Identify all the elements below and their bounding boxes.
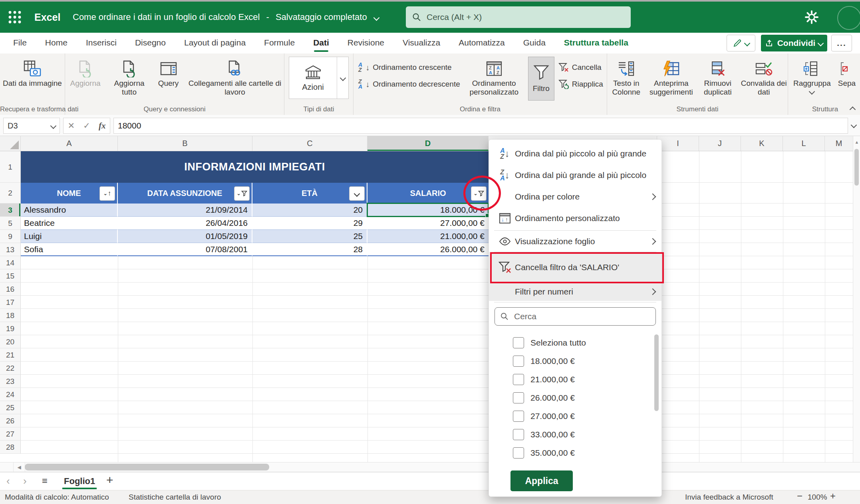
tab-struttura-tabella[interactable]: Struttura tabella [564, 33, 628, 53]
data-assunzione-filter-button[interactable]: ⌄ [234, 186, 250, 201]
cancel-entry-icon[interactable]: ✕ [68, 121, 75, 130]
cell-c5[interactable]: 29 [252, 217, 367, 230]
filter-value-option[interactable]: 35.000,00 € [489, 444, 661, 462]
cell-b5[interactable]: 26/04/2016 [118, 217, 252, 230]
row-header-9[interactable]: 9 [0, 230, 21, 243]
azioni-dropdown[interactable] [337, 57, 348, 99]
cell-b9[interactable]: 01/05/2019 [118, 230, 252, 243]
more-options-button[interactable]: ... [831, 35, 852, 51]
row-header-22[interactable]: 22 [0, 362, 21, 375]
filter-select-all-option[interactable]: Seleziona tutto [489, 334, 661, 352]
column-header-j[interactable]: J [699, 136, 741, 151]
menu-item-number-filters[interactable]: Filtri per numeri [489, 283, 661, 301]
row-header-23[interactable]: 23 [0, 375, 21, 388]
filtro-button[interactable]: Filtro [528, 57, 554, 101]
tab-revisione[interactable]: Revisione [348, 33, 384, 53]
filter-value-option[interactable]: 18.000,00 € [489, 352, 661, 370]
collegamenti-cartelle-button[interactable]: Collegamenti alle cartelle di lavoro [186, 53, 284, 101]
tab-guida[interactable]: Guida [523, 33, 546, 53]
cell-d9[interactable]: 21.000,00 € [367, 230, 489, 243]
convalida-dati-button[interactable]: Convalida dei dati [740, 53, 788, 101]
workbook-stats-status[interactable]: Statistiche cartella di lavoro [129, 490, 221, 504]
title-chevron-down-icon[interactable] [373, 14, 379, 21]
tab-disegno[interactable]: Disegno [135, 33, 166, 53]
editing-mode-button[interactable] [727, 35, 755, 51]
vertical-scrollbar[interactable]: ▲ ▼ [853, 136, 860, 472]
cell-a3[interactable]: Alessandro [21, 204, 118, 217]
checkbox[interactable] [513, 374, 524, 385]
row-header-14[interactable]: 14 [0, 256, 21, 269]
share-button[interactable]: Condividi [761, 35, 827, 51]
row-header-17[interactable]: 17 [0, 296, 21, 309]
settings-gear-icon[interactable] [804, 10, 819, 24]
row-header-2[interactable]: 2 [0, 183, 21, 204]
row-header-5[interactable]: 5 [0, 217, 21, 230]
nome-filter-button[interactable]: ⌄↑ [99, 186, 115, 201]
cell-d13[interactable]: 26.000,00 € [367, 243, 489, 256]
row-header-25[interactable]: 25 [0, 401, 21, 414]
document-title[interactable]: Come ordinare i dati in un foglio di cal… [73, 2, 379, 33]
row-header-20[interactable]: 20 [0, 335, 21, 348]
checkbox[interactable] [513, 337, 524, 348]
header-cell-data-assunzione[interactable]: DATA ASSUNZIONE ⌄ [118, 183, 252, 204]
column-header-i[interactable]: I [657, 136, 699, 151]
apply-filter-button[interactable]: Applica [510, 470, 573, 491]
row-header-15[interactable]: 15 [0, 269, 21, 283]
ordinamento-decrescente-button[interactable]: ZA↓ Ordinamento decrescente [358, 76, 460, 93]
menu-item-sort-by-color[interactable]: Ordina per colore [489, 186, 661, 208]
filter-value-option[interactable]: 21.000,00 € [489, 370, 661, 389]
horizontal-scroll-thumb[interactable] [25, 464, 269, 470]
sheet-tab-foglio1[interactable]: Foglio1 [64, 472, 95, 490]
filter-value-option[interactable]: 33.000,00 € [489, 425, 661, 444]
menu-item-sheet-view[interactable]: Visualizzazione foglio [489, 232, 661, 251]
column-header-l[interactable]: L [783, 136, 825, 151]
row-header-13[interactable]: 13 [0, 243, 21, 256]
testo-in-colonne-button[interactable]: Testo in Colonne [607, 53, 645, 101]
filter-search-box[interactable] [495, 307, 656, 326]
column-header-b[interactable]: B [118, 136, 252, 151]
cell-a9[interactable]: Luigi [21, 230, 118, 243]
select-all-corner[interactable] [0, 136, 21, 151]
tab-file[interactable]: File [13, 33, 27, 53]
tab-automatizza[interactable]: Automatizza [459, 33, 505, 53]
scroll-left-icon[interactable]: ◀ [13, 462, 25, 472]
app-launcher-icon[interactable] [7, 10, 22, 25]
tab-inserisci[interactable]: Inserisci [86, 33, 117, 53]
next-sheet-icon[interactable]: › [23, 475, 27, 487]
filter-value-option[interactable]: 27.000,00 € [489, 407, 661, 425]
anteprima-suggerimenti-button[interactable]: Anteprima suggerimenti [647, 53, 695, 101]
header-cell-nome[interactable]: NOME ⌄↑ [21, 183, 118, 204]
filter-value-option[interactable]: 26.000,00 € [489, 389, 661, 407]
cell-b3[interactable]: 21/09/2014 [118, 204, 252, 217]
cell-b13[interactable]: 07/08/2001 [118, 243, 252, 256]
tab-dati[interactable]: Dati [313, 33, 329, 53]
confirm-entry-icon[interactable]: ✓ [83, 121, 90, 130]
separa-button[interactable]: Sepa [834, 53, 860, 101]
query-button[interactable]: Query [153, 53, 184, 101]
avatar[interactable] [837, 6, 860, 30]
horizontal-scrollbar[interactable]: ◀ [0, 462, 860, 472]
search-input[interactable] [426, 12, 624, 22]
riapplica-filtro-button[interactable]: Riapplica [558, 76, 603, 93]
ordinamento-personalizzato-button[interactable]: Z A A Z Ordinamento personalizzato [464, 53, 524, 101]
tab-formule[interactable]: Formule [264, 33, 295, 53]
search-bar[interactable] [406, 6, 631, 28]
aggiorna-tutto-button[interactable]: Aggiorna tutto [108, 53, 151, 101]
cell-a13[interactable]: Sofia [21, 243, 118, 256]
vertical-scroll-thumb[interactable] [854, 149, 859, 186]
checkbox[interactable] [513, 356, 524, 367]
tab-layout-di-pagina[interactable]: Layout di pagina [184, 33, 246, 53]
name-box[interactable]: D3 [3, 118, 60, 134]
table-title-cell[interactable]: INFORMAZIONI IMPIEGATI [21, 151, 489, 183]
menu-item-sort-descending[interactable]: ZA↓ Ordina dal più grande al più piccolo [489, 164, 661, 186]
raggruppa-button[interactable]: Raggruppa [791, 53, 833, 101]
tab-visualizza[interactable]: Visualizza [403, 33, 440, 53]
azioni-button[interactable]: Azioni [289, 57, 349, 99]
checkbox[interactable] [513, 447, 524, 459]
app-name[interactable]: Excel [34, 2, 60, 33]
checkbox[interactable] [513, 392, 524, 403]
cell-c3[interactable]: 20 [252, 204, 367, 217]
eta-filter-button[interactable] [349, 186, 365, 201]
row-header-27[interactable]: 27 [0, 427, 21, 441]
cell-a5[interactable]: Beatrice [21, 217, 118, 230]
